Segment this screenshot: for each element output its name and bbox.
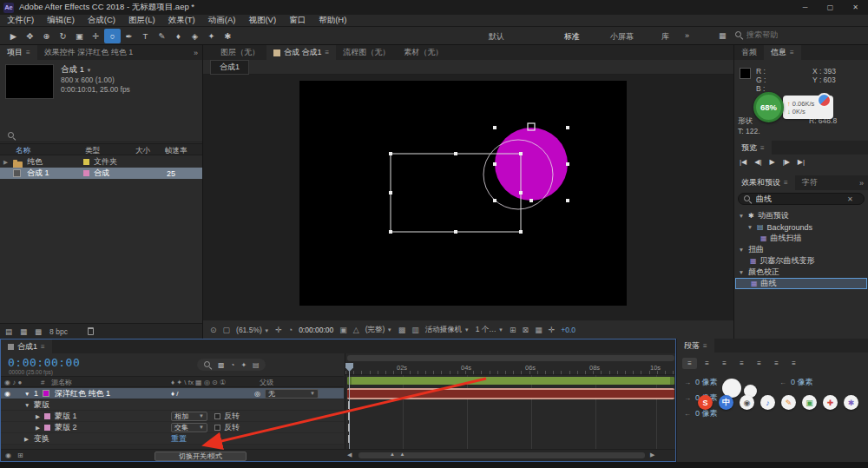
puppet-tool-button[interactable]: ✱: [220, 29, 236, 43]
indent-right-value[interactable]: 0 像素: [791, 377, 813, 388]
help-search-input[interactable]: [746, 30, 807, 39]
clone-stamp-tool-button[interactable]: ♦: [170, 29, 187, 43]
workspace-standard[interactable]: 标准: [564, 31, 580, 43]
tab-project[interactable]: 项目 ≡: [0, 45, 37, 60]
tab-info[interactable]: 信息 ≡: [764, 45, 801, 60]
align-left-button[interactable]: ≡: [682, 358, 697, 369]
tab-paragraph[interactable]: 段落 ≡: [677, 339, 714, 353]
twirl-icon[interactable]: ▼: [746, 224, 753, 230]
column-source-name[interactable]: 源名称: [51, 377, 72, 388]
frame-blending-icon[interactable]: ▤: [253, 361, 260, 369]
column-name[interactable]: 名称: [16, 146, 30, 156]
panel-menu-icon[interactable]: ≡: [326, 49, 330, 56]
tab-effects-presets[interactable]: 效果和预设 ≡: [734, 175, 795, 190]
indent-right-field[interactable]: ← 0 像素: [779, 377, 813, 388]
camera-dropdown[interactable]: 活动摄像机 ▼: [425, 325, 470, 335]
panel-menu-icon[interactable]: ≡: [26, 49, 30, 56]
zoom-slider-handles[interactable]: ▲ ▲: [390, 452, 407, 457]
comp-name[interactable]: 合成 1 ▼: [61, 64, 92, 76]
mask-color-swatch[interactable]: [44, 413, 50, 419]
twirl-icon[interactable]: ▶: [36, 411, 40, 422]
composition-canvas[interactable]: [299, 81, 627, 306]
comp-nav-tab[interactable]: 合成1: [210, 60, 249, 75]
chevron-down-icon[interactable]: ▼: [87, 68, 92, 73]
tree-item-curves[interactable]: ▦ 曲线: [735, 278, 867, 289]
timeline-jump-icon[interactable]: ▦: [535, 326, 542, 334]
roto-brush-tool-button[interactable]: ✦: [203, 29, 220, 43]
new-comp-icon[interactable]: ▩: [35, 327, 42, 336]
layer-row-solid[interactable]: ◉ ▼ 1 深洋红色 纯色 1 ♦ / ◎ 无 ▼: [1, 388, 344, 399]
layer-duration-bar[interactable]: [347, 388, 674, 399]
mask1-row[interactable]: ▶ 蒙版 1 相加 ▼ 反转: [1, 411, 344, 422]
first-frame-button[interactable]: |◀: [740, 158, 746, 166]
selection-tool-button[interactable]: ▶: [5, 29, 22, 43]
performance-percent-overlay[interactable]: 68%: [753, 92, 784, 122]
column-size[interactable]: 大小: [135, 146, 150, 156]
time-navigator-bar[interactable]: [347, 355, 674, 361]
mask-mode-dropdown[interactable]: 相加 ▼: [171, 412, 207, 421]
twirl-icon[interactable]: ▶: [36, 422, 40, 433]
tab-character[interactable]: 字符: [795, 175, 825, 190]
zoom-level-dropdown[interactable]: (61.5%) ▼: [236, 326, 269, 334]
eye-icon[interactable]: ◉: [4, 388, 10, 399]
screen-capture-icon[interactable]: ▣: [802, 395, 817, 410]
pen-tool-button[interactable]: ✒: [121, 29, 137, 43]
tree-item-animation-presets[interactable]: ▼ ✱ 动画预设: [734, 210, 868, 221]
pan-behind-tool-button[interactable]: ✛: [88, 29, 104, 43]
tab-layer-viewer[interactable]: 图层（无）: [214, 45, 266, 60]
layer-name[interactable]: 深洋红色 纯色 1: [55, 388, 110, 399]
layer-switches[interactable]: ♦ /: [171, 388, 179, 399]
magnification-icon[interactable]: ▢: [223, 326, 231, 334]
workspace-libraries[interactable]: 库: [661, 31, 669, 43]
workspace-overflow-icon[interactable]: »: [685, 31, 689, 40]
panel-menu-icon[interactable]: ≡: [784, 179, 788, 187]
resolution-dropdown[interactable]: (完整) ▼: [365, 325, 392, 335]
mask-name[interactable]: 蒙版 2: [55, 422, 77, 433]
scroll-right-icon[interactable]: ▶: [650, 452, 654, 458]
composition-mini-flowchart-icon[interactable]: ▩: [218, 361, 225, 369]
current-time-display[interactable]: 0:00:00:00: [299, 326, 333, 334]
view-layout-dropdown[interactable]: 1 个… ▼: [476, 325, 503, 335]
current-timecode[interactable]: 0:00:00:00: [8, 356, 80, 369]
toggle-switches-modes-button[interactable]: 切换开关/模式: [155, 452, 247, 461]
mask2-row[interactable]: ▶ 蒙版 2 交集 ▼ 反转: [1, 422, 344, 433]
tree-item-backgrounds[interactable]: ▼ ▤ Backgrounds: [734, 221, 868, 233]
recorder-logo-icon[interactable]: S: [698, 395, 713, 410]
parent-dropdown[interactable]: 无 ▼: [265, 389, 319, 399]
hand-tool-button[interactable]: ✥: [22, 29, 38, 43]
tab-preview[interactable]: 预览 ≡: [734, 141, 772, 155]
transform-row[interactable]: ▶ 变换 重置: [1, 433, 344, 445]
shape-tool-button[interactable]: ○: [104, 29, 121, 43]
tree-item-curve-sweep[interactable]: ▦ 曲线扫描: [734, 233, 868, 244]
menu-edit[interactable]: 编辑(E): [47, 15, 75, 26]
fast-previews-icon[interactable]: ⊠: [523, 326, 529, 334]
panel-menu-icon[interactable]: ≡: [703, 342, 707, 350]
expand-icon[interactable]: ◉: [5, 452, 11, 459]
ime-language-icon[interactable]: 中: [719, 395, 733, 410]
menu-view[interactable]: 视图(V): [248, 15, 276, 26]
twirl-icon[interactable]: ▶: [24, 433, 29, 445]
align-right-button[interactable]: ≡: [717, 358, 732, 369]
pen-annotate-icon[interactable]: ✎: [781, 395, 796, 410]
interpret-footage-icon[interactable]: ▤: [5, 327, 12, 336]
settings-icon[interactable]: ✱: [844, 395, 858, 410]
twirl-icon[interactable]: ▼: [24, 388, 30, 399]
twirl-icon[interactable]: ▼: [738, 269, 745, 275]
tab-audio[interactable]: 音频: [734, 45, 764, 60]
menu-layer[interactable]: 图层(L): [128, 15, 155, 26]
search-icon[interactable]: [203, 360, 212, 369]
justify-last-center-button[interactable]: ≡: [752, 358, 766, 369]
panel-menu-icon[interactable]: ≡: [41, 343, 45, 351]
menu-composition[interactable]: 合成(C): [88, 15, 115, 26]
webcam-icon[interactable]: ◉: [740, 395, 754, 410]
mask-name[interactable]: 蒙版 1: [55, 411, 77, 422]
time-ruler[interactable]: 02s 04s 06s 08s 10s: [345, 363, 675, 375]
twirl-icon[interactable]: ▶: [3, 159, 8, 166]
hide-shy-layers-icon[interactable]: ✦: [240, 361, 247, 369]
twirl-icon[interactable]: ▼: [738, 213, 745, 219]
pixel-aspect-icon[interactable]: ⊞: [510, 326, 516, 334]
project-search-row[interactable]: [0, 129, 202, 142]
panel-menu-icon[interactable]: ≡: [790, 49, 794, 56]
transparency-grid-icon[interactable]: ▥: [411, 326, 419, 334]
column-parent[interactable]: 父级: [260, 377, 273, 388]
